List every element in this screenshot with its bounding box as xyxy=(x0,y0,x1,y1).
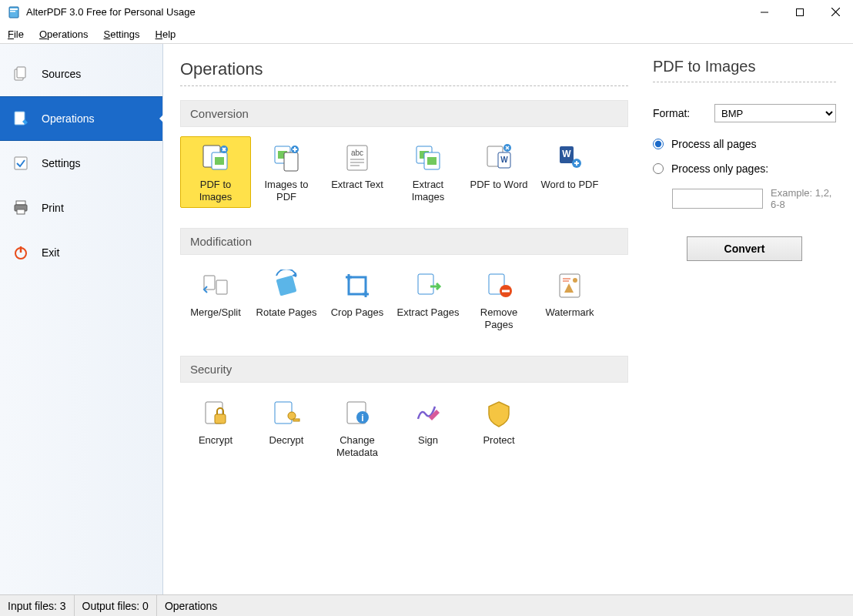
close-button[interactable] xyxy=(818,0,853,25)
op-label: Word to PDF xyxy=(541,179,599,191)
op-label: Decrypt xyxy=(269,434,304,447)
svg-point-53 xyxy=(573,278,577,283)
printer-icon xyxy=(12,199,29,216)
status-input-files: Input files: 3 xyxy=(0,595,75,616)
documents-icon xyxy=(12,65,29,82)
op-label: Encrypt xyxy=(199,434,232,447)
titlebar: AlterPDF 3.0 Free for Personal Usage xyxy=(0,0,853,25)
op-label: Extract Pages xyxy=(397,306,460,319)
pdf-to-word-icon: W xyxy=(483,142,515,174)
page-title: Operations xyxy=(180,59,628,79)
op-change-metadata[interactable]: i Change Metadata xyxy=(322,392,393,464)
sidebar-item-sources[interactable]: Sources xyxy=(0,52,162,96)
menu-file[interactable]: File xyxy=(0,26,32,42)
op-watermark[interactable]: Watermark xyxy=(534,264,605,336)
encrypt-icon xyxy=(199,397,232,430)
rotate-icon xyxy=(270,270,303,302)
sidebar-item-print[interactable]: Print xyxy=(0,186,162,230)
menu-help[interactable]: Help xyxy=(148,26,184,42)
section-modification: Modification xyxy=(180,228,628,255)
sidebar-item-settings[interactable]: Settings xyxy=(0,141,162,186)
images-to-pdf-icon xyxy=(270,142,303,174)
op-label: PDF to Word xyxy=(470,179,528,191)
security-grid: Encrypt Decrypt i Change Metadata Sign P… xyxy=(180,383,628,484)
op-crop-pages[interactable]: Crop Pages xyxy=(322,264,393,336)
op-pdf-to-word[interactable]: W PDF to Word xyxy=(463,136,534,208)
section-conversion: Conversion xyxy=(180,100,628,127)
op-sign[interactable]: Sign xyxy=(393,392,463,464)
format-label: Format: xyxy=(653,107,714,119)
op-label: Change Metadata xyxy=(326,434,389,458)
menu-operations[interactable]: Operations xyxy=(32,26,96,42)
op-label: Extract Text xyxy=(331,179,383,191)
op-label: Rotate Pages xyxy=(256,306,317,319)
svg-rect-8 xyxy=(17,67,25,78)
checkbox-icon xyxy=(12,155,29,172)
options-panel: PDF to Images Format: BMP Process all pa… xyxy=(645,44,853,594)
op-encrypt[interactable]: Encrypt xyxy=(180,392,251,464)
op-extract-pages[interactable]: Extract Pages xyxy=(393,264,463,336)
op-rotate-pages[interactable]: Rotate Pages xyxy=(251,264,322,336)
op-extract-text[interactable]: abc Extract Text xyxy=(322,136,393,208)
op-remove-pages[interactable]: Remove Pages xyxy=(463,264,534,336)
word-to-pdf-icon: W xyxy=(554,142,586,174)
divider xyxy=(180,85,628,86)
extract-pages-icon xyxy=(412,270,444,302)
sidebar-item-label: Settings xyxy=(42,157,81,169)
svg-text:W: W xyxy=(500,156,508,164)
op-label: Watermark xyxy=(545,306,594,319)
extract-text-icon: abc xyxy=(341,142,373,174)
divider xyxy=(653,82,836,82)
svg-rect-48 xyxy=(418,274,433,294)
op-label: Extract Images xyxy=(396,179,460,203)
op-decrypt[interactable]: Decrypt xyxy=(251,392,322,464)
svg-rect-41 xyxy=(216,280,227,294)
example-text: Example: 1,2, 6-8 xyxy=(771,187,836,210)
merge-split-icon xyxy=(199,270,232,302)
sidebar-item-operations[interactable]: Operations xyxy=(0,96,162,141)
power-icon xyxy=(12,244,29,261)
svg-text:i: i xyxy=(361,413,363,424)
svg-rect-43 xyxy=(349,277,366,294)
pages-input[interactable] xyxy=(672,189,763,209)
remove-pages-icon xyxy=(483,270,515,302)
op-merge-split[interactable]: Merge/Split xyxy=(180,264,251,336)
status-mode: Operations xyxy=(157,595,853,616)
decrypt-icon xyxy=(270,397,303,430)
radio-process-all[interactable] xyxy=(653,139,664,149)
maximize-button[interactable] xyxy=(782,0,818,25)
shield-icon xyxy=(483,397,515,430)
op-protect[interactable]: Protect xyxy=(463,392,534,464)
pdf-to-images-icon xyxy=(199,142,232,174)
svg-rect-13 xyxy=(17,209,25,214)
convert-button[interactable]: Convert xyxy=(687,236,802,261)
svg-rect-11 xyxy=(16,201,25,205)
sidebar-item-label: Print xyxy=(42,202,64,214)
minimize-button[interactable] xyxy=(747,0,782,25)
metadata-icon: i xyxy=(341,397,373,430)
op-images-to-pdf[interactable]: Images to PDF xyxy=(251,136,322,208)
app-icon xyxy=(8,6,20,18)
svg-rect-32 xyxy=(427,157,437,165)
radio-process-only[interactable] xyxy=(653,163,664,174)
main-area: Sources Operations Settings Print Exit O… xyxy=(0,43,853,594)
radio-label: Process all pages xyxy=(671,138,757,150)
format-select[interactable]: BMP xyxy=(714,104,836,122)
menu-settings[interactable]: Settings xyxy=(96,26,148,42)
op-extract-images[interactable]: Extract Images xyxy=(393,136,463,208)
op-label: Sign xyxy=(418,434,438,447)
op-pdf-to-images[interactable]: PDF to Images xyxy=(180,136,251,208)
svg-rect-60 xyxy=(293,419,299,421)
sidebar-item-exit[interactable]: Exit xyxy=(0,230,162,275)
op-label: Protect xyxy=(483,434,514,447)
svg-rect-2 xyxy=(10,11,15,12)
op-word-to-pdf[interactable]: W Word to PDF xyxy=(534,136,605,208)
op-label: Images to PDF xyxy=(255,179,318,203)
watermark-icon xyxy=(554,270,586,302)
operations-panel: Operations Conversion PDF to Images Imag… xyxy=(163,44,645,594)
modification-grid: Merge/Split Rotate Pages Crop Pages Extr… xyxy=(180,255,628,356)
menubar: File Operations Settings Help xyxy=(0,25,853,43)
svg-text:W: W xyxy=(562,149,571,159)
sign-icon xyxy=(412,397,444,430)
svg-rect-9 xyxy=(15,112,25,125)
